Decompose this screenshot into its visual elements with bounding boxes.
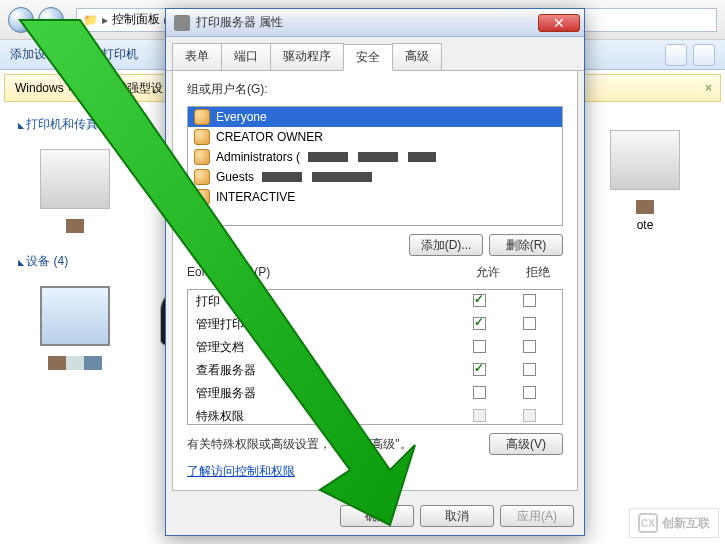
permission-row: 管理文档 [188,336,562,359]
permissions-table: 打印管理打印机管理文档查看服务器管理服务器特殊权限 [187,289,563,425]
device-label: ote [637,218,654,232]
device-item[interactable]: ote [595,130,695,232]
permission-row: 打印 [188,290,562,313]
allow-checkbox[interactable] [473,340,486,353]
right-device-column: ote [595,130,715,232]
watermark-text: 创新互联 [662,515,710,532]
permission-name: 打印 [196,293,454,310]
permission-name: 特殊权限 [196,408,454,425]
printer-icon [40,149,110,209]
permission-row: 管理打印机 [188,313,562,336]
permission-name: 管理打印机 [196,316,454,333]
deny-checkbox[interactable] [523,386,536,399]
ok-button[interactable]: 确定 [340,505,414,527]
logo-icon: CX [638,513,658,533]
redacted [358,152,398,162]
printer-icon [610,130,680,190]
breadcrumb-item[interactable]: 控制面板 [112,11,160,28]
group-icon [194,129,210,145]
deny-checkbox[interactable] [523,317,536,330]
learn-link[interactable]: 了解访问控制和权限 [187,464,295,478]
deny-checkbox [523,409,536,422]
allow-checkbox[interactable] [473,317,486,330]
close-icon[interactable]: × [705,81,712,95]
allow-checkbox[interactable] [473,386,486,399]
watermark: CX 创新互联 [629,508,719,538]
apply-button[interactable]: 应用(A) [500,505,574,527]
permission-name: 管理文档 [196,339,454,356]
group-icon [194,109,210,125]
users-listbox[interactable]: Everyone CREATOR OWNER Administrators ( … [187,106,563,226]
tab-strip: 表单 端口 驱动程序 安全 高级 [166,37,584,71]
cancel-button[interactable]: 取消 [420,505,494,527]
user-name: INTERACTIVE [216,190,295,204]
forward-button[interactable] [38,7,64,33]
add-printer-link[interactable]: 添加打印机 [78,46,138,63]
group-icon [194,189,210,205]
folder-icon: 📁 [83,13,98,27]
user-name: Administrators ( [216,150,300,164]
monitor-icon [40,286,110,346]
deny-checkbox[interactable] [523,363,536,376]
user-name: Guests [216,170,254,184]
list-item[interactable]: Guests [188,167,562,187]
tab-ports[interactable]: 端口 [221,43,271,70]
user-name: CREATOR OWNER [216,130,323,144]
deny-column: 拒绝 [513,264,563,281]
dialog-titlebar[interactable]: 打印服务器 属性 ✕ [166,9,584,37]
allow-checkbox[interactable] [473,294,486,307]
list-item[interactable]: INTERACTIVE [188,187,562,207]
deny-checkbox[interactable] [523,294,536,307]
chevron-right-icon: ▸ [102,13,108,27]
printer-icon [174,15,190,31]
permission-name: 查看服务器 [196,362,454,379]
permission-row: 查看服务器 [188,359,562,382]
close-button[interactable]: ✕ [538,14,580,32]
add-button[interactable]: 添加(D)... [409,234,483,256]
tab-drivers[interactable]: 驱动程序 [270,43,344,70]
allow-column: 允许 [463,264,513,281]
dialog-title: 打印服务器 属性 [196,14,538,31]
tab-forms[interactable]: 表单 [172,43,222,70]
redacted [262,172,302,182]
hint-text: 有关特殊权限或高级设置，请单击"高级"。 [187,436,412,453]
permission-row: 特殊权限 [188,405,562,428]
group-users-label: 组或用户名(G): [187,81,563,98]
tab-security[interactable]: 安全 [343,44,393,71]
list-item[interactable]: CREATOR OWNER [188,127,562,147]
permissions-header: Eone 的权限(P) 允许 拒绝 [187,264,563,281]
print-server-properties-dialog: 打印服务器 属性 ✕ 表单 端口 驱动程序 安全 高级 组或用户名(G): Ev… [165,8,585,536]
redacted [308,152,348,162]
remove-button[interactable]: 删除(R) [489,234,563,256]
list-item[interactable]: Administrators ( [188,147,562,167]
add-device-link[interactable]: 添加设备 [10,46,58,63]
deny-checkbox[interactable] [523,340,536,353]
user-name: Everyone [216,110,267,124]
dialog-footer: 确定 取消 应用(A) [166,497,584,535]
redacted [312,172,372,182]
view-icon[interactable] [665,44,687,66]
allow-checkbox[interactable] [473,363,486,376]
list-item[interactable]: Everyone [188,107,562,127]
group-icon [194,169,210,185]
group-icon [194,149,210,165]
allow-checkbox [473,409,486,422]
permission-row: 管理服务器 [188,382,562,405]
tab-advanced[interactable]: 高级 [392,43,442,70]
info-text: Windows 可以显示增强型设 [15,80,163,97]
device-item[interactable] [30,286,120,382]
help-icon[interactable] [693,44,715,66]
permission-name: 管理服务器 [196,385,454,402]
security-panel: 组或用户名(G): Everyone CREATOR OWNER Adminis… [172,71,578,491]
advanced-button[interactable]: 高级(V) [489,433,563,455]
redacted [408,152,436,162]
back-button[interactable] [8,7,34,33]
printer-item[interactable] [30,149,120,233]
